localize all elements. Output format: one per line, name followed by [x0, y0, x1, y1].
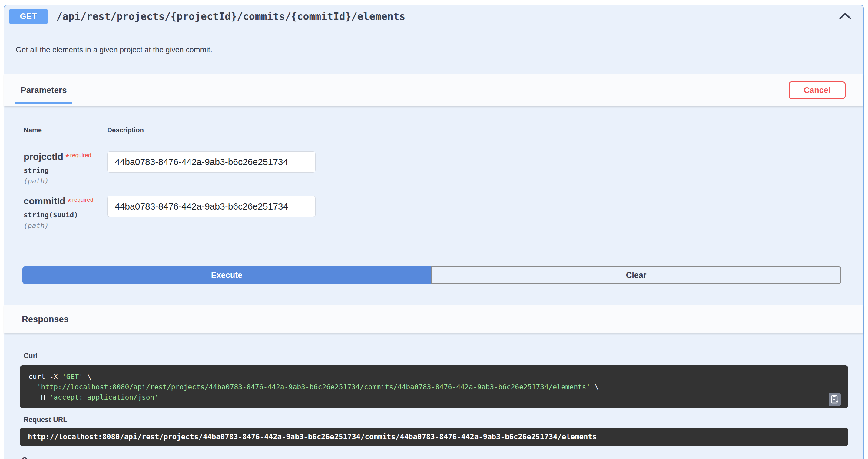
responses-body: Curl curl -X 'GET' \ 'http://localhost:8…	[4, 333, 863, 459]
opblock-get-panel: GET /api/rest/projects/{projectId}/commi…	[4, 5, 864, 459]
param-location: (path)	[24, 177, 107, 185]
param-meta: projectId *required string (path)	[24, 152, 107, 185]
endpoint-summary-header[interactable]: GET /api/rest/projects/{projectId}/commi…	[4, 5, 863, 28]
curl-line-2: 'http://localhost:8080/api/rest/projects…	[28, 382, 840, 392]
parameters-table-head: Name Description	[24, 106, 848, 140]
cancel-button[interactable]: Cancel	[789, 81, 845, 99]
server-response-label: Server response	[22, 456, 848, 459]
required-label: required	[72, 197, 93, 203]
clipboard-copy-icon	[831, 394, 839, 405]
curl-string: 'GET'	[62, 373, 83, 381]
parameters-table: Name Description projectId *required str…	[24, 106, 848, 230]
curl-text	[28, 383, 37, 391]
projectid-input[interactable]	[107, 152, 316, 172]
curl-text: curl -X	[28, 373, 62, 381]
tab-parameters[interactable]: Parameters	[15, 74, 72, 106]
param-row-commitid: commitId *required string($uuid) (path)	[24, 185, 848, 230]
curl-text: \	[591, 383, 599, 391]
required-asterisk: *	[63, 152, 69, 162]
column-header-description: Description	[107, 126, 848, 134]
collapse-button[interactable]	[839, 12, 851, 21]
clear-button[interactable]: Clear	[431, 266, 841, 284]
curl-line-3: -H 'accept: application/json'	[28, 392, 840, 402]
curl-text: \	[83, 373, 91, 381]
request-url-label: Request URL	[24, 416, 848, 424]
param-name-text: projectId	[24, 152, 63, 162]
param-location: (path)	[24, 222, 107, 230]
endpoint-path: /api/rest/projects/{projectId}/commits/{…	[56, 10, 405, 23]
curl-string: 'accept: application/json'	[50, 393, 158, 401]
param-value-cell	[107, 196, 848, 230]
commitid-input[interactable]	[107, 196, 316, 217]
curl-line-1: curl -X 'GET' \	[28, 371, 840, 382]
required-label: required	[70, 152, 91, 158]
responses-section-header: Responses	[4, 305, 863, 333]
param-type: string($uuid)	[24, 211, 107, 219]
endpoint-description: Get all the elements in a given project …	[4, 28, 863, 74]
parameters-section-header: Parameters Cancel	[4, 74, 863, 106]
request-url-block: http://localhost:8080/api/rest/projects/…	[20, 428, 848, 446]
execute-row: Execute Clear	[23, 266, 841, 284]
curl-code-block: curl -X 'GET' \ 'http://localhost:8080/a…	[20, 365, 848, 408]
param-name-text: commitId	[24, 196, 65, 206]
http-method-badge: GET	[9, 9, 48, 24]
column-header-name: Name	[24, 126, 107, 134]
responses-title: Responses	[22, 314, 69, 324]
curl-string: 'http://localhost:8080/api/rest/projects…	[37, 383, 591, 391]
required-asterisk: *	[65, 197, 71, 206]
execute-button[interactable]: Execute	[23, 266, 431, 284]
param-name: commitId *required	[24, 196, 107, 208]
copy-to-clipboard-button[interactable]	[829, 393, 841, 406]
param-name: projectId *required	[24, 152, 107, 164]
request-url-value: http://localhost:8080/api/rest/projects/…	[28, 433, 597, 441]
chevron-up-icon	[839, 12, 851, 21]
curl-label: Curl	[24, 352, 848, 360]
param-meta: commitId *required string($uuid) (path)	[24, 196, 107, 230]
param-value-cell	[107, 152, 848, 185]
param-row-projectid: projectId *required string (path)	[24, 140, 848, 185]
param-type: string	[24, 166, 107, 174]
curl-text: -H	[28, 393, 50, 401]
